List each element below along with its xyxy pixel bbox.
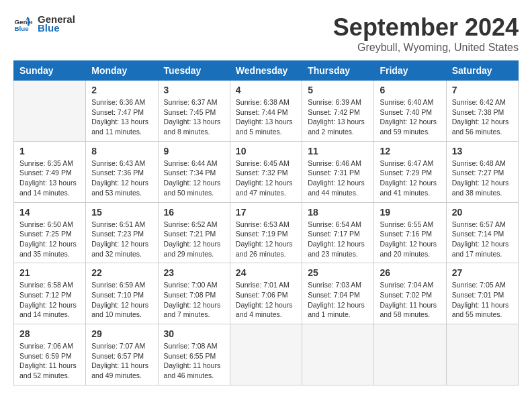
table-row: 7 Sunrise: 6:42 AMSunset: 7:38 PMDayligh…	[446, 81, 518, 142]
day-number: 21	[19, 267, 80, 278]
col-monday: Monday	[86, 61, 158, 81]
day-number: 16	[164, 207, 224, 218]
calendar-row-week2: 1 Sunrise: 6:35 AMSunset: 7:49 PMDayligh…	[14, 141, 519, 202]
day-number: 7	[452, 85, 513, 95]
day-info: Sunrise: 6:53 AMSunset: 7:19 PMDaylight:…	[236, 220, 296, 259]
day-info: Sunrise: 6:50 AMSunset: 7:25 PMDaylight:…	[19, 220, 80, 259]
table-row	[302, 324, 374, 385]
table-row: 13 Sunrise: 6:48 AMSunset: 7:27 PMDaylig…	[446, 141, 518, 202]
col-tuesday: Tuesday	[158, 61, 230, 81]
table-row: 1 Sunrise: 6:35 AMSunset: 7:49 PMDayligh…	[14, 141, 86, 202]
table-row: 3 Sunrise: 6:37 AMSunset: 7:45 PMDayligh…	[158, 81, 230, 142]
day-number: 14	[19, 207, 80, 218]
day-info: Sunrise: 6:47 AMSunset: 7:29 PMDaylight:…	[380, 158, 440, 198]
day-number: 15	[91, 207, 152, 218]
day-number: 1	[19, 146, 80, 156]
day-number: 27	[452, 267, 513, 278]
day-number: 20	[452, 207, 513, 218]
day-info: Sunrise: 6:44 AMSunset: 7:34 PMDaylight:…	[164, 158, 224, 198]
day-info: Sunrise: 6:42 AMSunset: 7:38 PMDaylight:…	[452, 97, 513, 137]
table-row: 25 Sunrise: 7:03 AMSunset: 7:04 PMDaylig…	[302, 263, 374, 324]
table-row: 2 Sunrise: 6:36 AMSunset: 7:47 PMDayligh…	[86, 81, 158, 142]
calendar-row-week3: 14 Sunrise: 6:50 AMSunset: 7:25 PMDaylig…	[14, 202, 519, 263]
day-info: Sunrise: 7:08 AMSunset: 6:55 PMDaylight:…	[164, 341, 224, 381]
title-block: September 2024 Greybull, Wyoming, United…	[333, 13, 519, 54]
day-info: Sunrise: 6:51 AMSunset: 7:23 PMDaylight:…	[91, 220, 152, 259]
day-number: 9	[164, 146, 224, 156]
table-row	[14, 81, 86, 142]
day-number: 5	[308, 85, 368, 95]
day-number: 30	[164, 328, 224, 339]
day-info: Sunrise: 6:35 AMSunset: 7:49 PMDaylight:…	[19, 158, 80, 198]
table-row	[230, 324, 302, 385]
col-saturday: Saturday	[446, 61, 518, 81]
day-number: 19	[380, 207, 440, 218]
table-row: 22 Sunrise: 6:59 AMSunset: 7:10 PMDaylig…	[86, 263, 158, 324]
day-info: Sunrise: 7:06 AMSunset: 6:59 PMDaylight:…	[19, 341, 80, 381]
location-text: Greybull, Wyoming, United States	[333, 42, 519, 54]
day-number: 28	[19, 328, 80, 339]
table-row: 18 Sunrise: 6:54 AMSunset: 7:17 PMDaylig…	[302, 202, 374, 263]
table-row: 12 Sunrise: 6:47 AMSunset: 7:29 PMDaylig…	[374, 141, 446, 202]
day-info: Sunrise: 6:40 AMSunset: 7:40 PMDaylight:…	[380, 97, 440, 137]
day-number: 29	[91, 328, 152, 339]
table-row	[446, 324, 518, 385]
day-number: 23	[164, 267, 224, 278]
day-info: Sunrise: 6:52 AMSunset: 7:21 PMDaylight:…	[164, 220, 224, 259]
table-row: 11 Sunrise: 6:46 AMSunset: 7:31 PMDaylig…	[302, 141, 374, 202]
calendar-row-week1: 2 Sunrise: 6:36 AMSunset: 7:47 PMDayligh…	[14, 81, 519, 142]
day-number: 24	[236, 267, 296, 278]
logo: General Blue General Blue	[13, 13, 75, 34]
col-friday: Friday	[374, 61, 446, 81]
day-info: Sunrise: 6:46 AMSunset: 7:31 PMDaylight:…	[308, 158, 368, 198]
day-info: Sunrise: 7:07 AMSunset: 6:57 PMDaylight:…	[91, 341, 152, 381]
day-number: 4	[236, 85, 296, 95]
day-number: 3	[164, 85, 224, 95]
table-row: 21 Sunrise: 6:58 AMSunset: 7:12 PMDaylig…	[14, 263, 86, 324]
table-row: 9 Sunrise: 6:44 AMSunset: 7:34 PMDayligh…	[158, 141, 230, 202]
day-number: 10	[236, 146, 296, 156]
day-info: Sunrise: 6:48 AMSunset: 7:27 PMDaylight:…	[452, 158, 513, 198]
calendar-table: Sunday Monday Tuesday Wednesday Thursday…	[13, 60, 519, 385]
table-row: 5 Sunrise: 6:39 AMSunset: 7:42 PMDayligh…	[302, 81, 374, 142]
day-info: Sunrise: 6:39 AMSunset: 7:42 PMDaylight:…	[308, 97, 368, 137]
day-info: Sunrise: 7:05 AMSunset: 7:01 PMDaylight:…	[452, 280, 513, 320]
table-row: 23 Sunrise: 7:00 AMSunset: 7:08 PMDaylig…	[158, 263, 230, 324]
day-info: Sunrise: 7:00 AMSunset: 7:08 PMDaylight:…	[164, 280, 224, 320]
table-row: 14 Sunrise: 6:50 AMSunset: 7:25 PMDaylig…	[14, 202, 86, 263]
table-row: 29 Sunrise: 7:07 AMSunset: 6:57 PMDaylig…	[86, 324, 158, 385]
day-info: Sunrise: 6:54 AMSunset: 7:17 PMDaylight:…	[308, 220, 368, 259]
calendar-header-row: Sunday Monday Tuesday Wednesday Thursday…	[14, 61, 519, 81]
table-row: 20 Sunrise: 6:57 AMSunset: 7:14 PMDaylig…	[446, 202, 518, 263]
day-number: 13	[452, 146, 513, 156]
day-info: Sunrise: 6:43 AMSunset: 7:36 PMDaylight:…	[91, 158, 152, 198]
day-info: Sunrise: 7:01 AMSunset: 7:06 PMDaylight:…	[236, 280, 296, 320]
day-number: 22	[91, 267, 152, 278]
day-number: 18	[308, 207, 368, 218]
col-thursday: Thursday	[302, 61, 374, 81]
col-sunday: Sunday	[14, 61, 86, 81]
table-row: 17 Sunrise: 6:53 AMSunset: 7:19 PMDaylig…	[230, 202, 302, 263]
day-info: Sunrise: 6:55 AMSunset: 7:16 PMDaylight:…	[380, 220, 440, 259]
calendar-row-week5: 28 Sunrise: 7:06 AMSunset: 6:59 PMDaylig…	[14, 324, 519, 385]
table-row: 30 Sunrise: 7:08 AMSunset: 6:55 PMDaylig…	[158, 324, 230, 385]
table-row: 27 Sunrise: 7:05 AMSunset: 7:01 PMDaylig…	[446, 263, 518, 324]
col-wednesday: Wednesday	[230, 61, 302, 81]
day-info: Sunrise: 7:04 AMSunset: 7:02 PMDaylight:…	[380, 280, 440, 320]
day-info: Sunrise: 6:59 AMSunset: 7:10 PMDaylight:…	[91, 280, 152, 320]
day-number: 2	[91, 85, 152, 95]
day-number: 26	[380, 267, 440, 278]
calendar-row-week4: 21 Sunrise: 6:58 AMSunset: 7:12 PMDaylig…	[14, 263, 519, 324]
day-number: 12	[380, 146, 440, 156]
day-number: 17	[236, 207, 296, 218]
table-row: 4 Sunrise: 6:38 AMSunset: 7:44 PMDayligh…	[230, 81, 302, 142]
table-row: 19 Sunrise: 6:55 AMSunset: 7:16 PMDaylig…	[374, 202, 446, 263]
day-number: 6	[380, 85, 440, 95]
day-number: 25	[308, 267, 368, 278]
table-row: 26 Sunrise: 7:04 AMSunset: 7:02 PMDaylig…	[374, 263, 446, 324]
month-title: September 2024	[333, 13, 519, 42]
table-row: 10 Sunrise: 6:45 AMSunset: 7:32 PMDaylig…	[230, 141, 302, 202]
logo-icon: General Blue	[13, 14, 32, 33]
day-info: Sunrise: 6:38 AMSunset: 7:44 PMDaylight:…	[236, 97, 296, 137]
day-info: Sunrise: 6:45 AMSunset: 7:32 PMDaylight:…	[236, 158, 296, 198]
